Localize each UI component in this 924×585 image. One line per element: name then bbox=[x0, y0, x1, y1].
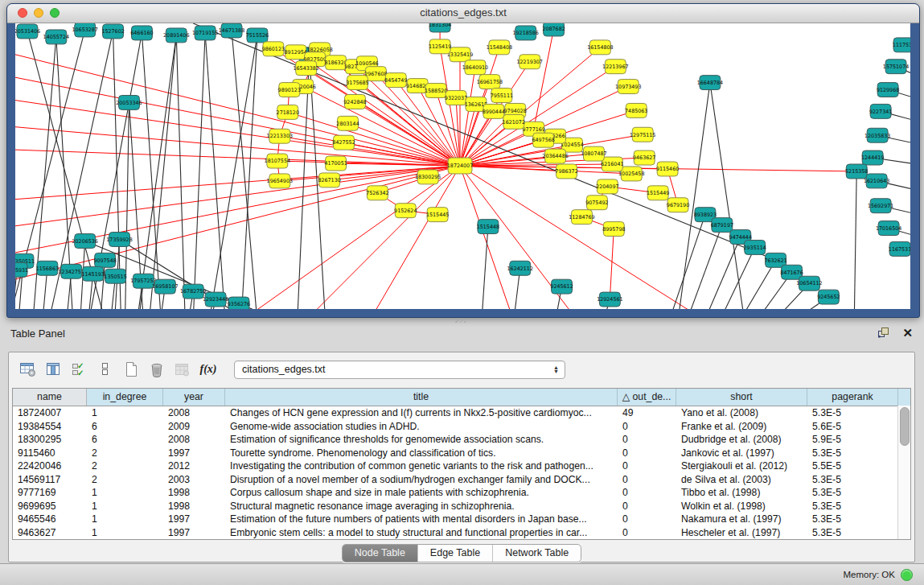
graph-node[interactable]: 8995798 bbox=[602, 222, 625, 237]
graph-node[interactable]: 10653287 bbox=[72, 23, 97, 37]
graph-node[interactable]: 18300295 bbox=[415, 170, 441, 184]
graph-node[interactable]: 11284769 bbox=[569, 210, 594, 225]
graph-node[interactable]: 12213967 bbox=[602, 60, 628, 74]
graph-node[interactable]: 6879197 bbox=[711, 218, 733, 233]
graph-node[interactable]: 19654903 bbox=[267, 174, 293, 188]
graph-node[interactable]: 9679190 bbox=[667, 198, 689, 212]
graph-node[interactable]: 16648784 bbox=[697, 76, 723, 90]
table-row[interactable]: 1872400712008Changes of HCN gene express… bbox=[13, 406, 910, 420]
graph-node[interactable]: 8990444 bbox=[483, 104, 505, 118]
graph-node[interactable]: 7515526 bbox=[246, 28, 269, 43]
graph-node[interactable]: 18724007 bbox=[447, 158, 473, 174]
close-panel-icon[interactable]: ✕ bbox=[902, 328, 913, 339]
tab-node-table[interactable]: Node Table bbox=[343, 545, 418, 562]
tab-network-table[interactable]: Network Table bbox=[493, 545, 581, 562]
table-row[interactable]: 2242004622012Investigating the contribut… bbox=[13, 459, 910, 473]
network-selector[interactable]: citations_edges.txt ▲▼ bbox=[234, 360, 565, 379]
graph-node[interactable]: 16154808 bbox=[587, 40, 613, 55]
graph-node[interactable]: 7485063 bbox=[625, 103, 647, 117]
show-columns-icon[interactable] bbox=[43, 359, 65, 380]
graph-node[interactable]: 16543382 bbox=[293, 61, 318, 76]
table-row[interactable]: 911546021997Tourette syndrome. Phenomeno… bbox=[13, 447, 910, 460]
graph-node[interactable]: 16210643 bbox=[864, 174, 889, 188]
graph-node[interactable]: 3175685 bbox=[346, 76, 368, 90]
graph-node[interactable]: 8267130 bbox=[318, 173, 340, 187]
graph-node[interactable]: 9860123 bbox=[262, 42, 285, 56]
graph-node[interactable]: 20531406 bbox=[15, 24, 40, 39]
graph-node[interactable]: 8427552 bbox=[332, 135, 355, 150]
citation-network-graph[interactable]: 2053140614055724106532871527602646616020… bbox=[15, 23, 910, 309]
table-row[interactable]: 1830029562008Estimation of significance … bbox=[13, 433, 910, 447]
graph-node[interactable]: 17016504 bbox=[876, 221, 901, 236]
graph-node[interactable]: 1621072 bbox=[503, 114, 525, 129]
graph-node[interactable]: 9242848 bbox=[343, 95, 366, 109]
graph-node[interactable]: 1244419 bbox=[861, 150, 884, 165]
graph-node[interactable]: 2204097 bbox=[596, 179, 618, 194]
graph-node[interactable]: 1527602 bbox=[101, 24, 124, 39]
tab-edge-table[interactable]: Edge Table bbox=[418, 545, 493, 562]
graph-node[interactable]: 9129968 bbox=[877, 83, 899, 97]
graph-node[interactable]: 15751074 bbox=[883, 60, 909, 74]
graph-node[interactable]: 9245652 bbox=[817, 290, 840, 304]
table-row[interactable]: 1938455462009Genome-wide association stu… bbox=[13, 420, 910, 434]
graph-node[interactable]: 9890123 bbox=[278, 83, 301, 97]
table-row[interactable]: 946554611997Estimation of the future num… bbox=[13, 513, 910, 526]
network-window-titlebar[interactable]: citations_edges.txt bbox=[7, 4, 919, 23]
network-canvas[interactable]: 2053140614055724106532871527602646616020… bbox=[15, 23, 910, 309]
graph-node[interactable]: 19218586 bbox=[513, 26, 539, 40]
graph-node[interactable]: 16242112 bbox=[507, 261, 533, 275]
delete-column-icon[interactable] bbox=[146, 359, 168, 380]
column-header[interactable]: name bbox=[13, 389, 87, 406]
graph-node[interactable]: 1125419 bbox=[429, 39, 451, 54]
graph-node[interactable]: 9115460 bbox=[656, 162, 679, 176]
graph-node[interactable]: 14671388 bbox=[219, 23, 244, 38]
column-header[interactable]: short bbox=[676, 389, 807, 406]
graph-node[interactable]: 12213303 bbox=[267, 129, 293, 143]
graph-node[interactable]: 9463627 bbox=[633, 150, 655, 165]
graph-node[interactable]: 12342757 bbox=[59, 264, 84, 278]
import-table-icon[interactable] bbox=[171, 359, 194, 380]
graph-node[interactable]: 20364486 bbox=[542, 149, 568, 163]
graph-node[interactable]: 10807487 bbox=[581, 146, 606, 161]
graph-node[interactable]: 20053346 bbox=[116, 95, 142, 109]
graph-node[interactable]: 9152624 bbox=[394, 204, 417, 218]
graph-node[interactable]: 18107554 bbox=[265, 154, 290, 168]
graph-node[interactable]: 1156863 bbox=[36, 261, 59, 275]
close-button[interactable] bbox=[18, 8, 27, 18]
graph-node[interactable]: 16958107 bbox=[152, 279, 178, 294]
table-row[interactable]: 977716911998Corpus callosum shape and si… bbox=[13, 486, 910, 500]
graph-node[interactable]: 7955111 bbox=[491, 89, 513, 103]
graph-node[interactable]: 10719155 bbox=[192, 26, 218, 40]
column-header[interactable]: pagerank bbox=[807, 389, 898, 406]
graph-node[interactable]: 4170051 bbox=[324, 156, 347, 171]
graph-node[interactable]: 1117539 bbox=[893, 38, 910, 52]
graph-node[interactable]: 9097548 bbox=[93, 253, 116, 267]
graph-node[interactable]: 1145193 bbox=[81, 266, 104, 281]
graph-node[interactable]: 12975115 bbox=[630, 127, 655, 142]
graph-node[interactable]: 10654112 bbox=[796, 276, 822, 290]
graph-node[interactable]: 15692971 bbox=[868, 199, 893, 213]
graph-node[interactable]: 1515448 bbox=[477, 220, 499, 234]
graph-node[interactable]: 1515449 bbox=[647, 186, 669, 200]
graph-node[interactable]: 7986372 bbox=[555, 164, 577, 179]
minimize-button[interactable] bbox=[34, 8, 43, 18]
graph-node[interactable]: 12923448 bbox=[203, 292, 228, 307]
graph-node[interactable]: 9356276 bbox=[228, 297, 250, 309]
table-row[interactable]: 969969511998Structural magnetic resonanc… bbox=[13, 500, 910, 513]
function-builder-icon[interactable]: f(x) bbox=[197, 359, 220, 380]
graph-node[interactable]: 1515445 bbox=[426, 208, 449, 222]
scrollbar-thumb[interactable] bbox=[900, 407, 910, 446]
graph-node[interactable]: 8454749 bbox=[384, 73, 407, 88]
graph-node[interactable]: 2087682 bbox=[542, 23, 565, 36]
table-row[interactable]: 946362711997Embryonic stem cells: a mode… bbox=[13, 526, 910, 540]
graph-node[interactable]: 6466160 bbox=[130, 26, 153, 40]
float-window-icon[interactable] bbox=[877, 327, 889, 339]
graph-node[interactable]: 12219307 bbox=[516, 55, 542, 69]
column-header[interactable]: △ out_de... bbox=[618, 389, 676, 406]
column-header[interactable]: year bbox=[163, 389, 225, 406]
graph-node[interactable]: 7526342 bbox=[366, 186, 388, 200]
table-mode-icon[interactable] bbox=[17, 359, 39, 380]
graph-node[interactable]: 11548408 bbox=[487, 40, 512, 55]
graph-node[interactable]: 1167533 bbox=[889, 241, 910, 256]
graph-node[interactable]: 2935114 bbox=[744, 240, 766, 254]
